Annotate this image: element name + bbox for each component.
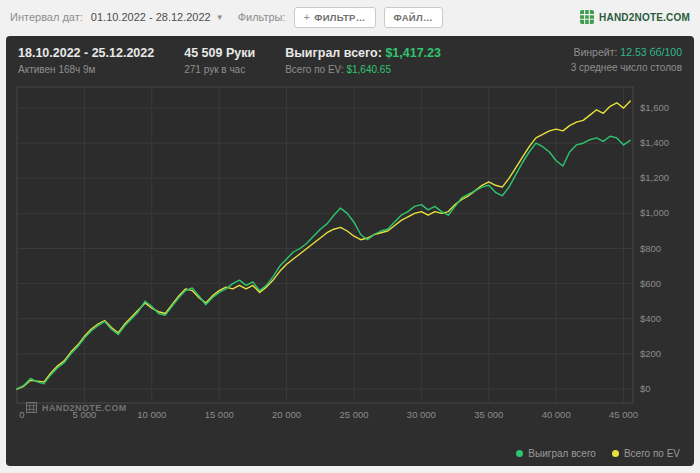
summary-winnings: Выиграл всего: $1,417.23 Всего по EV: $1… <box>285 46 441 75</box>
svg-text:$1,000: $1,000 <box>640 207 669 218</box>
avg-tables: 3 среднее число столов <box>571 62 682 73</box>
date-range-select[interactable]: 01.10.2022 - 28.12.2022 ▼ <box>91 11 224 23</box>
ev-value: $1,640.65 <box>346 64 391 75</box>
add-filter-button[interactable]: + ФИЛЬТР… <box>294 7 376 28</box>
file-button-label: ФАЙЛ… <box>394 12 433 23</box>
add-filter-label: ФИЛЬТР… <box>314 12 365 23</box>
svg-text:15 000: 15 000 <box>205 409 234 420</box>
svg-text:$0: $0 <box>640 383 651 394</box>
session-summary: 18.10.2022 - 25.12.2022 Активен 168ч 9м … <box>16 44 684 83</box>
summary-dates: 18.10.2022 - 25.12.2022 Активен 168ч 9м <box>18 46 154 75</box>
svg-text:$200: $200 <box>640 348 661 359</box>
plus-icon: + <box>304 13 311 21</box>
svg-text:30 000: 30 000 <box>407 409 436 420</box>
svg-text:$1,400: $1,400 <box>640 137 669 148</box>
svg-text:$600: $600 <box>640 278 661 289</box>
topbar: Интервал дат: 01.10.2022 - 28.12.2022 ▼ … <box>0 0 700 34</box>
svg-text:$400: $400 <box>640 313 661 324</box>
ev-label: Всего по EV: <box>285 64 344 75</box>
file-button[interactable]: ФАЙЛ… <box>384 7 443 28</box>
watermark-grid-icon <box>26 402 37 413</box>
svg-text:45 000: 45 000 <box>609 409 638 420</box>
interval-label: Интервал дат: <box>10 11 83 23</box>
legend-item-ev: Всего по EV <box>612 448 680 459</box>
won-label: Выиграл всего: <box>285 46 382 60</box>
winnings-chart: 05 00010 00015 00020 00025 00030 00035 0… <box>16 83 684 445</box>
svg-text:$1,600: $1,600 <box>640 102 669 113</box>
winnings-chart-canvas: 05 00010 00015 00020 00025 00030 00035 0… <box>16 83 684 435</box>
chart-watermark: HAND2NOTE.COM <box>26 402 127 413</box>
svg-text:40 000: 40 000 <box>542 409 571 420</box>
svg-text:20 000: 20 000 <box>272 409 301 420</box>
summary-hands: 45 509 Руки 271 рук в час <box>184 46 255 75</box>
brand-text: HAND2NOTE.COM <box>599 12 690 23</box>
won-value: $1,417.23 <box>385 46 441 60</box>
session-date-range: 18.10.2022 - 25.12.2022 <box>18 46 154 60</box>
svg-text:$800: $800 <box>640 243 661 254</box>
hands-count: 45 509 Руки <box>184 46 255 60</box>
winrate-value: 12.53 <box>620 46 646 58</box>
watermark-text: HAND2NOTE.COM <box>42 403 127 413</box>
winrate-label: Винрейт: <box>573 46 617 58</box>
legend-label-won: Выиграл всего <box>528 448 596 459</box>
session-panel: 18.10.2022 - 25.12.2022 Активен 168ч 9м … <box>6 36 694 466</box>
svg-text:$1,200: $1,200 <box>640 172 669 183</box>
svg-text:10 000: 10 000 <box>137 409 166 420</box>
hands-per-hour: 271 рук в час <box>184 64 255 75</box>
legend-dot-ev <box>612 450 619 457</box>
legend-item-won: Выиграл всего <box>516 448 596 459</box>
winrate-unit: бб/100 <box>650 46 682 58</box>
brand-logo: HAND2NOTE.COM <box>580 10 690 24</box>
legend-dot-won <box>516 450 523 457</box>
hand2note-grid-icon <box>580 10 594 24</box>
active-time: Активен 168ч 9м <box>18 64 154 75</box>
svg-text:0: 0 <box>19 409 24 420</box>
filters-label: Фильтры: <box>238 11 286 23</box>
svg-text:25 000: 25 000 <box>339 409 368 420</box>
chevron-down-icon: ▼ <box>216 13 224 22</box>
summary-winrate: Винрейт: 12.53 бб/100 3 среднее число ст… <box>571 46 682 73</box>
svg-text:35 000: 35 000 <box>474 409 503 420</box>
chart-legend: Выиграл всего Всего по EV <box>16 445 684 460</box>
date-range-value: 01.10.2022 - 28.12.2022 <box>91 11 211 23</box>
legend-label-ev: Всего по EV <box>624 448 680 459</box>
